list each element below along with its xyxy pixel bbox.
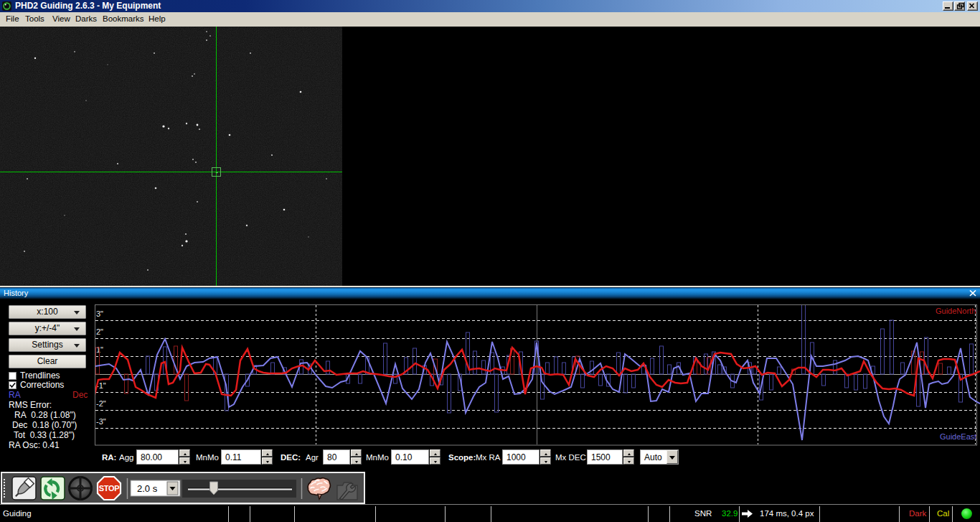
- svg-text:-2": -2": [96, 399, 106, 408]
- svg-text:1": 1": [96, 345, 103, 354]
- svg-text:-3": -3": [96, 417, 106, 426]
- svg-text:GuideEast: GuideEast: [940, 432, 976, 441]
- svg-text:3": 3": [96, 309, 103, 318]
- svg-text:STOP: STOP: [99, 484, 120, 493]
- svg-text:GuideNorth: GuideNorth: [936, 307, 976, 315]
- svg-text:2.0 s: 2.0 s: [137, 483, 158, 494]
- svg-text:2": 2": [96, 327, 103, 336]
